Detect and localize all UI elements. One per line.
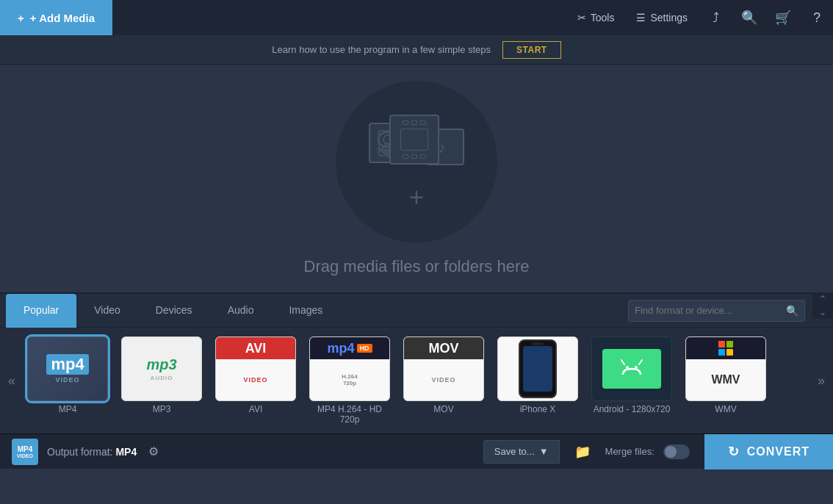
tab-popular[interactable]: Popular [6, 294, 76, 328]
format-card-mov[interactable]: MOV VIDEO MOV [400, 334, 488, 428]
mp4hd-card-inner: mp4 HD H.264720p [310, 337, 389, 400]
collapse-down-button[interactable]: ⌄ [812, 306, 833, 319]
tab-devices[interactable]: Devices [138, 294, 210, 328]
mp4hd-card-image: mp4 HD H.264720p [309, 336, 390, 401]
save-to-button[interactable]: Save to... ▼ [483, 440, 560, 464]
bottom-bar: MP4 VIDEO Output format: MP4 ⚙ Save to..… [0, 433, 833, 469]
format-area: Popular Video Devices Audio Images 🔍 ☷ [0, 292, 833, 433]
tab-popular-label: Popular [24, 304, 59, 316]
settings-icon: ☰ [636, 12, 646, 24]
tools-button[interactable]: ✂ Tools [567, 0, 625, 35]
settings-label: Settings [650, 12, 688, 24]
mp4-card-label: MP4 [59, 404, 77, 414]
toggle-knob [665, 446, 677, 458]
top-bar: + + Add Media ✂ Tools ☰ Settings ⤴ 🔍 🛒 ? [0, 0, 833, 35]
avi-card-image: AVI VIDEO [215, 336, 296, 401]
format-card-wmv[interactable]: WMV WMV [682, 334, 770, 428]
windows-logo [718, 341, 733, 356]
avi-card-label: AVI [249, 404, 262, 414]
tab-audio[interactable]: Audio [210, 294, 272, 328]
svg-line-6 [639, 360, 642, 364]
tab-audio-label: Audio [228, 304, 254, 316]
film-hole [420, 120, 426, 125]
convert-button[interactable]: ↻ CONVERT [704, 434, 833, 469]
wmv-card-image: WMV [685, 336, 766, 401]
help-button[interactable]: ? [801, 0, 833, 35]
drop-zone[interactable]: ♪ + Drag media files or folders here [0, 65, 833, 292]
settings-button[interactable]: ☰ Settings [626, 0, 698, 35]
format-panel: Popular Video Devices Audio Images 🔍 ☷ [0, 292, 833, 433]
svg-point-3 [626, 366, 629, 369]
cart-button[interactable]: 🛒 [767, 0, 799, 35]
share-button[interactable]: ⤴ [699, 0, 732, 35]
collapse-up-button[interactable]: ⌃ [812, 292, 833, 306]
windows-sq2 [726, 341, 733, 348]
film-hole [411, 120, 417, 125]
format-cards: mp4 VIDEO MP4 mp3 AUDIO MP3 [24, 334, 809, 428]
mov-text: MOV [428, 341, 458, 356]
android-screen [602, 349, 661, 389]
prev-format-button[interactable]: « [0, 373, 24, 389]
mp3-text: mp3 [146, 356, 176, 373]
search-button[interactable]: 🔍 [733, 0, 765, 35]
iphone-notch [532, 342, 544, 345]
format-card-mp3[interactable]: mp3 AUDIO MP3 [118, 334, 206, 428]
plus-drop-icon: + [408, 184, 424, 211]
format-search-box: 🔍 [628, 300, 805, 322]
format-search-input[interactable] [635, 305, 782, 316]
collapse-buttons: ⌃ ⌄ [812, 292, 833, 319]
svg-line-5 [621, 360, 624, 364]
film-strip-top [403, 120, 426, 125]
format-card-iphonex[interactable]: iPhone X [494, 334, 582, 428]
merge-toggle[interactable] [663, 444, 690, 459]
iphone-card-inner [498, 337, 577, 400]
film-hole [411, 154, 417, 159]
film-icon [389, 115, 439, 165]
iphone-screen [523, 346, 552, 392]
tools-icon: ✂ [577, 12, 586, 24]
dropdown-chevron-icon: ▼ [539, 446, 549, 457]
output-settings-button[interactable]: ⚙ [145, 442, 162, 461]
film-hole [420, 154, 426, 159]
mp4hd-text: mp4 [327, 341, 354, 356]
android-card-label: Android - 1280x720 [594, 404, 671, 414]
mp3-card-image: mp3 AUDIO [121, 336, 202, 401]
avi-bottom: VIDEO [216, 359, 295, 400]
svg-point-4 [635, 366, 638, 369]
merge-label: Merge files: [605, 446, 654, 457]
tab-images-label: Images [289, 304, 322, 316]
wmv-card-label: WMV [715, 404, 736, 414]
iphone-body [519, 339, 557, 398]
film-hole [403, 120, 408, 125]
plus-icon: + [18, 12, 24, 24]
next-format-button[interactable]: » [809, 373, 833, 389]
output-label: Output format: MP4 [47, 446, 137, 458]
tab-images[interactable]: Images [271, 294, 340, 328]
windows-sq3 [718, 349, 725, 356]
avi-top: AVI [216, 337, 295, 359]
mp4hd-bottom: H.264720p [310, 359, 389, 400]
avi-text: AVI [245, 341, 267, 356]
mp4-badge: mp4 [46, 354, 88, 375]
add-media-button[interactable]: + + Add Media [0, 0, 112, 35]
folder-button[interactable]: 📁 [569, 441, 596, 463]
mp3-sub: AUDIO [151, 375, 173, 381]
start-button[interactable]: START [502, 41, 561, 59]
format-card-avi[interactable]: AVI VIDEO AVI [212, 334, 300, 428]
tools-label: Tools [591, 12, 615, 24]
iphonex-card-label: iPhone X [520, 404, 556, 414]
android-card-image [591, 336, 672, 401]
format-card-mp4hd[interactable]: mp4 HD H.264720p MP4 H.264 - HD 720p [306, 334, 394, 428]
badge-line2: VIDEO [17, 453, 33, 458]
format-card-mp4[interactable]: mp4 VIDEO MP4 [24, 334, 112, 428]
mov-bottom: VIDEO [404, 359, 483, 400]
format-card-android[interactable]: Android - 1280x720 [588, 334, 676, 428]
format-search-button[interactable]: 🔍 [786, 305, 798, 317]
media-icons: ♪ [369, 112, 464, 179]
mp4-sub-label: VIDEO [55, 376, 79, 384]
cart-icon: 🛒 [775, 10, 791, 26]
tab-video[interactable]: Video [76, 294, 138, 328]
badge-line1: MP4 [18, 445, 33, 453]
output-format-name: MP4 [115, 446, 137, 458]
format-grid-row: « mp4 VIDEO MP4 mp3 [0, 328, 833, 433]
